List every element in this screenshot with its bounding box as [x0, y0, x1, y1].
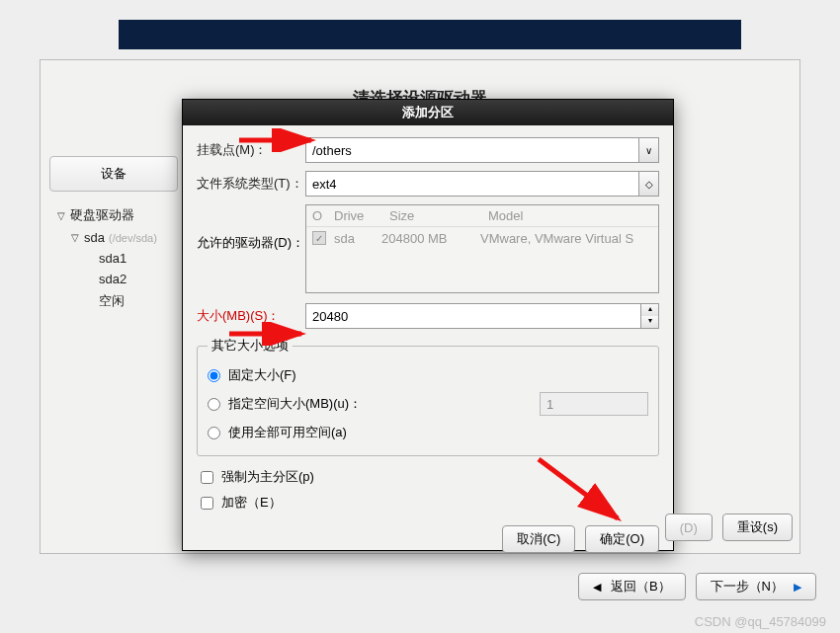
size-input[interactable] — [306, 304, 640, 328]
device-tab-header[interactable]: 设备 — [49, 156, 178, 192]
drive-list: O Drive Size Model ✓ sda 204800 MB VMwar… — [305, 204, 659, 293]
top-banner — [119, 20, 741, 49]
allowed-drives-label: 允许的驱动器(D)： — [197, 204, 305, 252]
fs-type-input[interactable] — [306, 172, 638, 196]
radio-fixed[interactable] — [208, 369, 220, 382]
force-primary-row[interactable]: 强制为主分区(p) — [197, 464, 659, 490]
drive-list-header: O Drive Size Model — [306, 205, 658, 227]
dialog-title: 添加分区 — [183, 100, 673, 125]
tree-disk-path: (/dev/sda) — [109, 232, 157, 244]
encrypt-row[interactable]: 加密（E） — [197, 490, 659, 515]
watermark: CSDN @qq_45784099 — [695, 614, 826, 629]
size-label: 大小(MB)(S)： — [197, 307, 305, 325]
tree-partition[interactable]: 空闲 — [57, 289, 178, 313]
tree-partition[interactable]: sda2 — [57, 269, 178, 289]
back-button[interactable]: 返回（B） — [578, 573, 686, 600]
encrypt-checkbox[interactable] — [201, 497, 213, 510]
size-spinner[interactable]: ▴▾ — [640, 304, 658, 328]
device-panel: 设备 硬盘驱动器 sda (/dev/sda) sda1 sda2 空闲 — [49, 156, 178, 313]
opt-upto-row[interactable]: 指定空间大小(MB)(u)： 1 — [208, 388, 648, 420]
d-button: (D) — [665, 514, 713, 541]
fs-type-label: 文件系统类型(T)： — [197, 175, 305, 193]
fs-type-dropdown-icon[interactable]: ◇ — [638, 172, 658, 196]
ok-button[interactable]: 确定(O) — [585, 525, 659, 553]
mount-point-dropdown-icon[interactable]: ∨ — [638, 138, 658, 162]
mount-point-label: 挂载点(M)： — [197, 141, 305, 159]
tree-root[interactable]: 硬盘驱动器 — [57, 203, 178, 227]
reset-button[interactable]: 重设(s) — [722, 514, 793, 541]
mount-point-input[interactable] — [306, 138, 638, 162]
add-partition-dialog: 添加分区 挂载点(M)： ∨ 文件系统类型(T)： ◇ 允许的驱动器(D)： O… — [182, 99, 674, 551]
spin-up-icon[interactable]: ▴ — [640, 304, 658, 316]
size-field[interactable]: ▴▾ — [305, 303, 659, 329]
tree-disk[interactable]: sda (/dev/sda) — [57, 227, 178, 248]
radio-fill[interactable] — [208, 427, 220, 439]
fs-type-combo[interactable]: ◇ — [305, 171, 659, 197]
device-tree: 硬盘驱动器 sda (/dev/sda) sda1 sda2 空闲 — [49, 199, 178, 313]
tree-partition[interactable]: sda1 — [57, 248, 178, 269]
cancel-button[interactable]: 取消(C) — [502, 525, 575, 553]
radio-upto[interactable] — [208, 398, 220, 411]
spin-down-icon[interactable]: ▾ — [640, 316, 658, 328]
next-button[interactable]: 下一步（N） — [696, 573, 816, 600]
other-size-legend: 其它大小选项 — [208, 337, 293, 355]
opt-fill-row[interactable]: 使用全部可用空间(a) — [208, 420, 648, 445]
force-primary-checkbox[interactable] — [201, 471, 213, 484]
drive-row-item[interactable]: ✓ sda 204800 MB VMware, VMware Virtual S — [306, 227, 658, 250]
mount-point-combo[interactable]: ∨ — [305, 137, 659, 163]
upto-value-field: 1 — [540, 392, 648, 416]
drive-checkbox-icon[interactable]: ✓ — [312, 231, 326, 245]
opt-fixed-row[interactable]: 固定大小(F) — [208, 362, 648, 388]
other-size-options: 其它大小选项 固定大小(F) 指定空间大小(MB)(u)： 1 使用全部可用空间… — [197, 337, 659, 456]
